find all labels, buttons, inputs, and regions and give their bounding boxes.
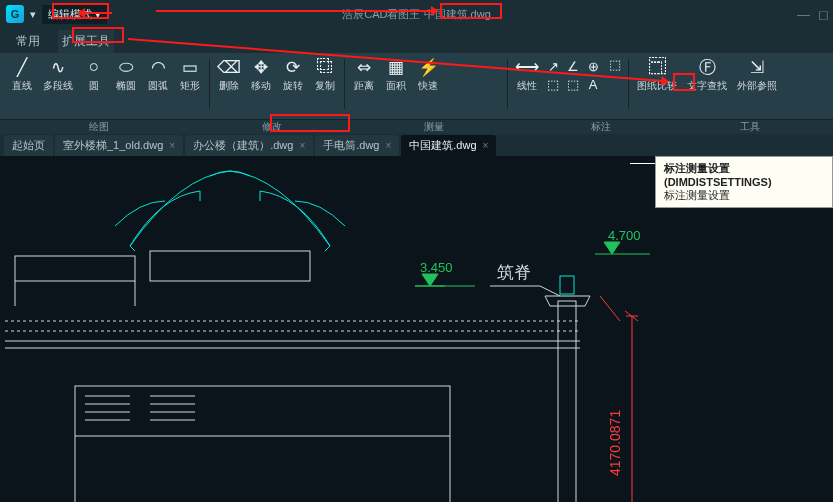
xref-icon: ⇲: [746, 56, 768, 78]
quick-icon: ⚡: [417, 56, 439, 78]
maximize-icon: ◻: [818, 7, 829, 22]
title-bar: G ▾ 编辑模式 ▾ 浩辰CAD看图王 中国建筑.dwg —◻: [0, 0, 833, 28]
drawing-canvas[interactable]: 3.450 4.700 筑脊 4170.0871 标注测量设置 (DIMDIST…: [0, 156, 833, 502]
tool-xref[interactable]: ⇲外部参照: [732, 55, 782, 94]
tool-line[interactable]: ╱直线: [6, 55, 38, 94]
ribbon: ╱直线 ∿多段线 ○圆 ⬭椭圆 ◠圆弧 ▭矩形 ⌫删除 ✥移动 ⟳旋转 ⿻复制 …: [0, 53, 833, 120]
rotate-icon: ⟳: [282, 56, 304, 78]
app-icon: G: [6, 5, 24, 23]
close-icon: ×: [299, 140, 305, 151]
svg-rect-8: [75, 386, 450, 502]
tab-file-2[interactable]: 办公楼（建筑）.dwg×: [185, 135, 313, 156]
svg-rect-1: [15, 256, 135, 281]
tool-ellipse[interactable]: ⬭椭圆: [110, 55, 142, 94]
highlight-3: [72, 27, 124, 43]
window-controls[interactable]: —◻: [789, 7, 829, 22]
circle-icon: ○: [83, 56, 105, 78]
highlight-1: [52, 3, 109, 19]
tooltip-title: 标注测量设置 (DIMDISTSETTINGS): [664, 161, 824, 188]
arrow-1: [156, 10, 436, 12]
minimize-icon: —: [797, 7, 810, 22]
compare-icon: ⿹: [646, 56, 668, 78]
line-icon: ╱: [11, 56, 33, 78]
dim-tool-4[interactable]: ⬚: [543, 75, 563, 93]
tool-linear-dim[interactable]: ⟷线性: [511, 55, 543, 94]
tool-erase[interactable]: ⌫删除: [213, 55, 245, 94]
svg-rect-0: [150, 251, 310, 281]
tab-file-1[interactable]: 室外楼梯_1_old.dwg×: [55, 135, 183, 156]
erase-icon: ⌫: [218, 56, 240, 78]
tool-rotate[interactable]: ⟳旋转: [277, 55, 309, 94]
close-icon: ×: [169, 140, 175, 151]
tab-file-3[interactable]: 手电筒.dwg×: [315, 135, 399, 156]
tool-move[interactable]: ✥移动: [245, 55, 277, 94]
tool-copy[interactable]: ⿻复制: [309, 55, 341, 94]
highlight-4: [673, 73, 695, 91]
dim-tool-5[interactable]: ⬚: [563, 75, 583, 93]
close-icon: ×: [385, 140, 391, 151]
tab-home[interactable]: 起始页: [4, 135, 53, 156]
elevation-label-2: 4.700: [608, 228, 641, 243]
dimension-vertical: 4170.0871: [607, 410, 623, 476]
ribbon-tabs: 常用 扩展工具: [0, 28, 833, 53]
file-tabs: 起始页 室外楼梯_1_old.dwg× 办公楼（建筑）.dwg× 手电筒.dwg…: [0, 134, 833, 156]
tool-rect[interactable]: ▭矩形: [174, 55, 206, 94]
tab-file-4[interactable]: 中国建筑.dwg×: [401, 135, 496, 156]
group-measure: 测量: [346, 120, 522, 134]
dim-settings-button[interactable]: ⬚: [605, 55, 625, 73]
group-draw: 绘图: [0, 120, 198, 134]
svg-line-22: [540, 286, 560, 296]
elevation-label-1: 3.450: [420, 260, 453, 275]
close-icon: ×: [483, 140, 489, 151]
distance-icon: ⇔: [353, 56, 375, 78]
linear-dim-icon: ⟷: [516, 56, 538, 78]
rect-icon: ▭: [179, 56, 201, 78]
tooltip-desc: 标注测量设置: [664, 189, 730, 201]
group-tools: 工具: [680, 120, 820, 134]
dim-tool-6[interactable]: A: [583, 75, 603, 93]
annotation-text: 筑脊: [497, 263, 531, 282]
copy-icon: ⿻: [314, 56, 336, 78]
group-dim: 标注: [522, 120, 680, 134]
tab-common[interactable]: 常用: [12, 30, 44, 53]
svg-rect-18: [558, 301, 576, 502]
highlight-2: [440, 3, 502, 19]
ellipse-icon: ⬭: [115, 56, 137, 78]
highlight-5: [270, 114, 350, 132]
find-icon: Ⓕ: [696, 56, 718, 78]
dim-tool-3[interactable]: ⊕: [583, 57, 603, 75]
tool-circle[interactable]: ○圆: [78, 55, 110, 94]
tool-distance[interactable]: ⇔距离: [348, 55, 380, 94]
tool-arc[interactable]: ◠圆弧: [142, 55, 174, 94]
polyline-icon: ∿: [47, 56, 69, 78]
svg-rect-19: [560, 276, 574, 294]
arc-icon: ◠: [147, 56, 169, 78]
tool-polyline[interactable]: ∿多段线: [38, 55, 78, 94]
move-icon: ✥: [250, 56, 272, 78]
dropdown-icon[interactable]: ▾: [30, 8, 36, 21]
tooltip: 标注测量设置 (DIMDISTSETTINGS) 标注测量设置: [655, 156, 833, 208]
